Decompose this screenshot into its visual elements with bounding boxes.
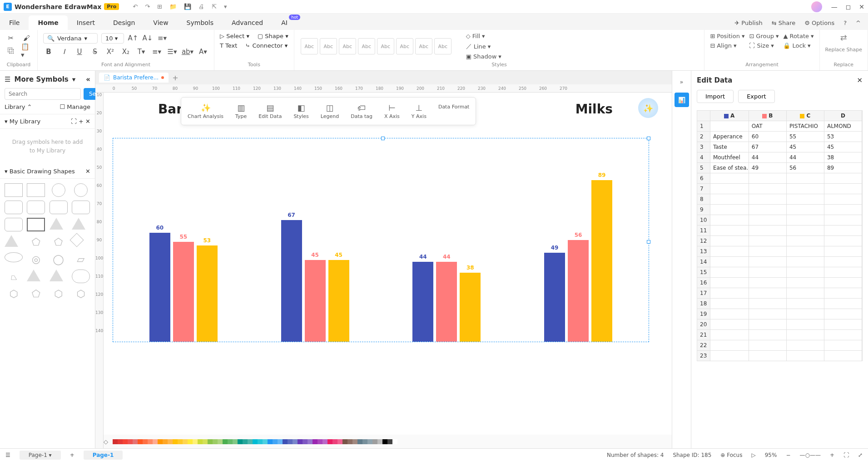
shape-rounded[interactable] (5, 201, 23, 214)
export-icon[interactable]: ⇱ (212, 3, 217, 10)
expand-icon[interactable]: ⛶ (71, 118, 77, 125)
user-avatar[interactable] (811, 1, 822, 12)
color-swatch[interactable] (148, 439, 153, 444)
shape-trapezoid[interactable]: ⏢ (5, 270, 23, 283)
shape-ellipse[interactable] (5, 252, 23, 262)
connector-tool[interactable]: ⤷ Connector ▾ (245, 42, 288, 49)
color-swatch[interactable] (178, 439, 183, 444)
chart-tool-2[interactable]: ▤Edit Data (254, 101, 286, 121)
color-swatch[interactable] (238, 439, 243, 444)
shape-rounded5[interactable] (5, 218, 23, 231)
chart-tool-0[interactable]: ✨Chart Analysis (183, 101, 228, 121)
close-shapes-icon[interactable]: ✕ (85, 168, 90, 175)
export-button[interactable]: Export (738, 90, 775, 103)
color-swatch[interactable] (288, 439, 293, 444)
color-swatch[interactable] (143, 439, 148, 444)
line-button[interactable]: ／ Line ▾ (466, 42, 501, 50)
share-button[interactable]: ⇆ Share (772, 20, 796, 26)
chart-tool-1[interactable]: ▥Type (231, 101, 251, 121)
color-swatch[interactable] (208, 439, 213, 444)
align-icon[interactable]: ≡▾ (157, 33, 168, 44)
chart-tool-3[interactable]: ◧Styles (289, 101, 313, 121)
more-icon[interactable]: ▾ (224, 3, 227, 10)
zoom-out-icon[interactable]: − (786, 452, 790, 458)
color-swatch[interactable] (312, 439, 317, 444)
collapse-ribbon-icon[interactable]: ^ (856, 20, 861, 26)
shape-hex2[interactable]: ⬠ (27, 287, 45, 300)
color-swatch[interactable] (203, 439, 208, 444)
publish-button[interactable]: ✈ Publish (734, 20, 762, 26)
import-button[interactable]: Import (697, 90, 734, 103)
chart-tool-4[interactable]: ◫Legend (316, 101, 343, 121)
shape-diamond[interactable] (69, 233, 84, 247)
canvas[interactable]: Bar Milks ✨Chart Analysis▥Type▤Edit Data… (104, 93, 672, 435)
color-swatch[interactable] (357, 439, 362, 444)
data-grid[interactable]: ABCD1OATPISTACHIOALMOND2Apperance6055533… (697, 110, 863, 361)
shape-hex3[interactable]: ⬡ (50, 287, 68, 300)
color-swatch[interactable] (138, 439, 143, 444)
color-swatch[interactable] (133, 439, 138, 444)
shape-right-tri[interactable] (27, 270, 40, 281)
symbol-search-input[interactable] (5, 88, 81, 100)
shape-donut[interactable]: ◎ (27, 252, 45, 266)
fit-icon[interactable]: ⛶ (843, 452, 849, 458)
color-swatch[interactable] (173, 439, 178, 444)
shape-pentagon2[interactable]: ⬠ (50, 235, 68, 249)
paste-icon[interactable]: 📋▾ (21, 45, 32, 56)
page-tab-1[interactable]: Page-1 (84, 451, 123, 460)
position-button[interactable]: ⊞ Position ▾ (710, 33, 744, 39)
style-gallery[interactable]: Abc Abc Abc Abc Abc Abc Abc Abc (300, 37, 452, 55)
shape-square[interactable] (5, 183, 23, 197)
color-swatch[interactable] (268, 439, 273, 444)
select-tool[interactable]: ▷ Select ▾ (220, 33, 249, 39)
style-3[interactable]: Abc (339, 38, 356, 54)
style-6[interactable]: Abc (396, 38, 413, 54)
maximize-icon[interactable]: ◻ (846, 3, 851, 10)
shape-pill[interactable] (72, 270, 90, 283)
align-button[interactable]: ⊟ Align ▾ (710, 42, 744, 49)
subscript-icon[interactable]: X₂ (120, 46, 131, 57)
shape-hex[interactable]: ⬡ (5, 287, 23, 300)
color-swatch[interactable] (233, 439, 238, 444)
color-swatch[interactable] (213, 439, 218, 444)
tab-ai[interactable]: AIhot (272, 15, 297, 30)
manage-button[interactable]: ☐ Manage (60, 103, 90, 110)
color-swatch[interactable] (293, 439, 298, 444)
shape-rect[interactable] (27, 183, 45, 197)
close-icon[interactable]: ✕ (859, 3, 864, 10)
shape-tool[interactable]: ▢ Shape ▾ (258, 33, 288, 39)
text-tool[interactable]: T Text (220, 42, 237, 49)
color-swatch[interactable] (377, 439, 382, 444)
help-icon[interactable]: ? (843, 20, 847, 26)
color-swatch[interactable] (158, 439, 163, 444)
zoom-in-icon[interactable]: + (830, 452, 834, 458)
page-select[interactable]: Page-1 ▾ (20, 451, 61, 460)
color-swatch[interactable] (298, 439, 303, 444)
basic-shapes-label[interactable]: ▾ Basic Drawing Shapes (5, 168, 75, 175)
color-swatch[interactable] (303, 439, 308, 444)
color-swatch[interactable] (263, 439, 268, 444)
tab-view[interactable]: View (144, 15, 177, 30)
format-painter-icon[interactable]: 🖌 (21, 33, 32, 44)
color-swatch[interactable] (342, 439, 347, 444)
color-swatch[interactable] (367, 439, 372, 444)
tab-advanced[interactable]: Advanced (223, 15, 272, 30)
options-button[interactable]: ⚙ Options (804, 20, 834, 26)
color-swatch[interactable] (183, 439, 188, 444)
open-icon[interactable]: 📁 (169, 3, 177, 10)
case-icon[interactable]: T▾ (136, 46, 147, 57)
chart-tool-7[interactable]: ⊥Y Axis (407, 101, 431, 121)
shape-rounded4[interactable] (72, 201, 90, 214)
color-swatch[interactable] (387, 439, 392, 444)
shape-parallelogram[interactable]: ▱ (72, 252, 90, 266)
color-swatch[interactable] (248, 439, 253, 444)
tab-insert[interactable]: Insert (68, 15, 104, 30)
undo-icon[interactable]: ↶ (133, 3, 138, 10)
tab-file[interactable]: File (0, 15, 29, 30)
my-library-label[interactable]: ▾ My Library (5, 118, 40, 125)
bullet-icon[interactable]: ☰▾ (167, 46, 178, 57)
strike-icon[interactable]: S̶ (89, 46, 100, 57)
color-swatch[interactable] (362, 439, 367, 444)
style-7[interactable]: Abc (415, 38, 432, 54)
more-symbols-title[interactable]: More Symbols (14, 75, 68, 83)
